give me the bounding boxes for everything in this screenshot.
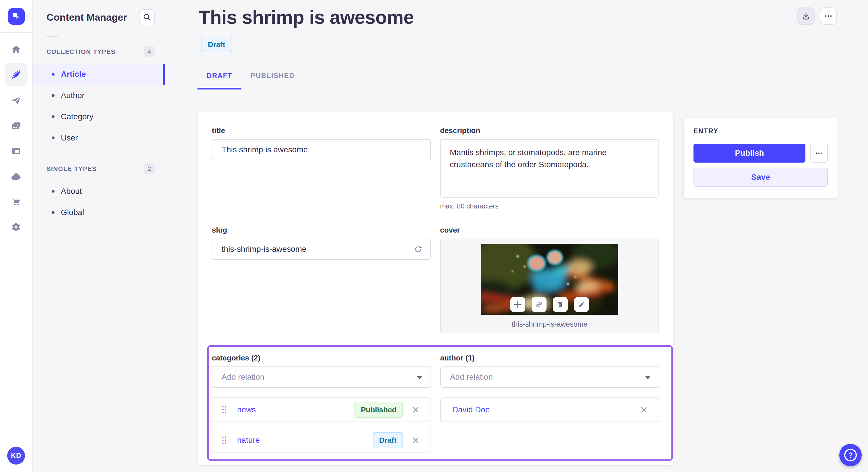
- sidebar-item-author[interactable]: Author: [33, 85, 165, 106]
- relation-link[interactable]: nature: [237, 436, 260, 445]
- relation-link[interactable]: news: [237, 405, 256, 414]
- sidebar-item-global[interactable]: Global: [33, 202, 165, 223]
- main-nav-rail: KD: [0, 0, 33, 472]
- single-types-label: SINGLE TYPES: [46, 165, 97, 173]
- refresh-icon: [413, 244, 423, 254]
- status-badge: Draft: [201, 37, 232, 52]
- strapi-logo[interactable]: [8, 8, 25, 25]
- description-textarea[interactable]: [441, 140, 658, 197]
- drag-handle-icon[interactable]: [222, 405, 227, 414]
- regenerate-slug-button[interactable]: [412, 243, 425, 256]
- media-library-icon: [10, 120, 22, 131]
- cover-panel: this-shrimp-is-awesome: [440, 239, 659, 333]
- user-avatar[interactable]: KD: [7, 447, 25, 465]
- relations-highlight-group: categories (2) Add relation: [207, 345, 673, 461]
- close-icon: [412, 406, 419, 413]
- sidebar-home-button[interactable]: [5, 38, 28, 61]
- single-types-list: About Global: [33, 181, 165, 223]
- save-button[interactable]: Save: [693, 168, 828, 187]
- relation-item-nature: nature Draft: [212, 428, 431, 452]
- header-actions: [797, 7, 837, 25]
- relation-link[interactable]: David Doe: [453, 405, 490, 414]
- relation-status-badge: Draft: [373, 432, 403, 448]
- sidebar-cloud-button[interactable]: [5, 165, 28, 188]
- transfer-plane-icon: [10, 95, 22, 106]
- categories-select-placeholder: Add relation: [222, 372, 265, 382]
- bullet-icon: [52, 73, 55, 76]
- entry-more-options-button[interactable]: [810, 144, 828, 163]
- sidebar-item-article[interactable]: Article: [33, 64, 165, 85]
- sidebar-item-about[interactable]: About: [33, 181, 165, 202]
- sidebar-content-manager-button[interactable]: [5, 63, 28, 86]
- link-icon: [535, 300, 544, 309]
- sidebar-item-label: User: [61, 133, 78, 142]
- categories-field-label: categories (2): [212, 353, 431, 363]
- field-slug: slug: [212, 226, 431, 333]
- ellipsis-icon: [815, 149, 823, 157]
- remove-relation-button[interactable]: [409, 433, 423, 447]
- trash-icon: [556, 301, 564, 308]
- cover-edit-button[interactable]: [574, 297, 589, 312]
- draft-published-tabs: DRAFT PUBLISHED: [197, 68, 304, 90]
- search-button[interactable]: [139, 9, 155, 25]
- content-manager-feather-icon: [10, 69, 22, 80]
- entry-panel-title: ENTRY: [693, 127, 828, 135]
- cover-filename: this-shrimp-is-awesome: [441, 320, 658, 328]
- cloud-icon: [10, 171, 22, 183]
- content-manager-sidebar: Content Manager COLLECTION TYPES 4 Artic…: [33, 0, 165, 472]
- plus-icon: [514, 301, 522, 308]
- cover-copy-link-button[interactable]: [532, 297, 547, 312]
- cover-delete-button[interactable]: [553, 297, 568, 312]
- sidebar-item-user[interactable]: User: [33, 127, 165, 148]
- strapi-admin-app: KD Content Manager COLLECTION TYPES 4 Ar…: [0, 0, 868, 472]
- remove-relation-button[interactable]: [409, 403, 423, 417]
- drag-handle-icon[interactable]: [222, 436, 227, 444]
- field-categories: categories (2) Add relation: [212, 353, 431, 452]
- question-mark-icon: ?: [844, 449, 857, 461]
- sidebar-item-category[interactable]: Category: [33, 106, 165, 127]
- close-icon: [640, 406, 647, 413]
- relation-status-badge: Published: [354, 402, 403, 418]
- sidebar-item-label: About: [61, 187, 82, 196]
- more-options-button[interactable]: [820, 7, 837, 25]
- bullet-icon: [52, 136, 55, 139]
- remove-relation-button[interactable]: [637, 403, 651, 417]
- slug-input[interactable]: [212, 239, 430, 259]
- tab-published[interactable]: PUBLISHED: [241, 68, 304, 90]
- title-field-label: title: [212, 126, 431, 135]
- collection-types-list: Article Author Category User: [33, 64, 165, 148]
- sidebar-media-library-button[interactable]: [5, 114, 28, 137]
- sidebar-title: Content Manager: [46, 12, 127, 23]
- sidebar-marketplace-button[interactable]: [5, 191, 28, 213]
- tab-draft[interactable]: DRAFT: [197, 68, 241, 90]
- categories-add-relation-select[interactable]: Add relation: [212, 367, 431, 388]
- pencil-icon: [578, 301, 586, 308]
- cover-add-button[interactable]: [510, 297, 525, 312]
- rail-logo-section: [0, 0, 32, 33]
- slug-field-label: slug: [212, 226, 431, 235]
- ellipsis-icon: [824, 11, 833, 21]
- field-description: description max. 80 characters: [440, 126, 659, 210]
- chevron-down-icon: [417, 376, 423, 379]
- content-type-builder-icon: [10, 145, 22, 157]
- sidebar-content-type-builder-button[interactable]: [5, 139, 28, 162]
- title-input[interactable]: [212, 140, 430, 160]
- field-title: title: [212, 126, 431, 210]
- sidebar-transfer-button[interactable]: [5, 89, 28, 112]
- cover-field-label: cover: [440, 226, 659, 235]
- relation-item-david-doe: David Doe: [440, 398, 660, 422]
- help-button[interactable]: ?: [839, 444, 862, 466]
- bullet-icon: [52, 211, 55, 214]
- author-field-label: author (1): [440, 353, 660, 363]
- author-add-relation-select[interactable]: Add relation: [440, 367, 660, 388]
- export-button[interactable]: [797, 7, 815, 25]
- sidebar-settings-button[interactable]: [5, 216, 28, 239]
- entry-panel: ENTRY Publish Save: [684, 118, 838, 198]
- sidebar-item-label: Article: [61, 70, 86, 79]
- publish-button[interactable]: Publish: [693, 144, 805, 163]
- field-cover: cover: [440, 226, 659, 333]
- bullet-icon: [52, 94, 55, 97]
- relation-item-news: news Published: [212, 398, 431, 422]
- bullet-icon: [52, 190, 55, 193]
- chevron-down-icon: [645, 376, 651, 379]
